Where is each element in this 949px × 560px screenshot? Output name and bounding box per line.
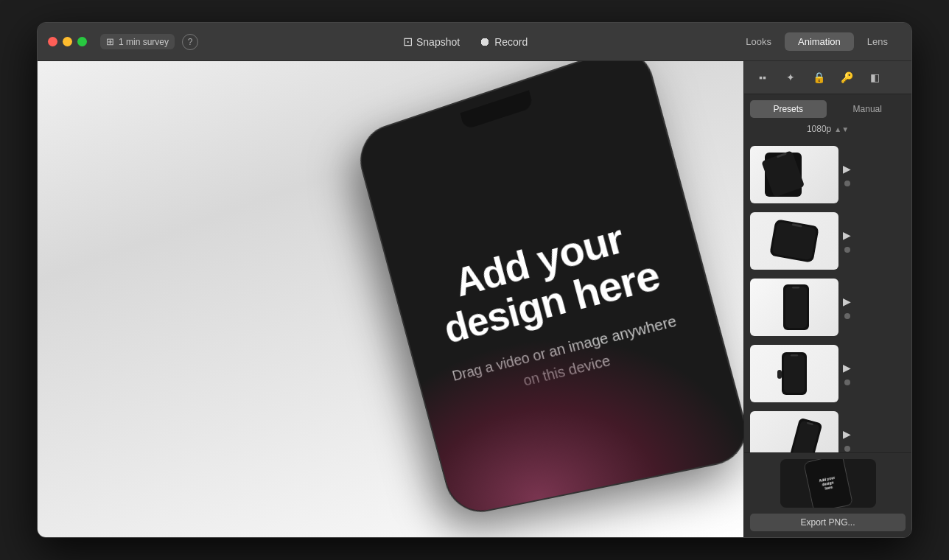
traffic-lights (48, 37, 87, 46)
list-item[interactable]: ▶ (750, 342, 906, 405)
preset-controls-5: ▶ (843, 428, 851, 452)
preset-controls-2: ▶ (843, 229, 851, 253)
titlebar-center: ⊡ Snapshot ⏺ Record (206, 32, 725, 52)
preset-dot-1 (844, 181, 850, 186)
titlebar-tabs: Looks Animation Lens (732, 32, 901, 51)
list-item[interactable]: ▶ (750, 276, 906, 339)
preset-controls-3: ▶ (843, 295, 851, 319)
tab-lens[interactable]: Lens (854, 32, 901, 51)
preset-play-5[interactable]: ▶ (843, 428, 851, 440)
preset-dot-3 (844, 313, 850, 319)
preset-thumbnail-4 (750, 345, 838, 402)
plus-icon: ✦ (786, 71, 795, 83)
snapshot-icon: ⊡ (403, 35, 413, 49)
record-button[interactable]: ⏺ Record (472, 32, 535, 52)
tab-looks[interactable]: Looks (732, 32, 785, 51)
list-item[interactable]: ▶ (750, 143, 906, 206)
lock1-icon: 🔒 (813, 71, 825, 83)
right-panel: ▪▪ ✦ 🔒 🔑 ◧ Presets Manual (743, 61, 911, 537)
svg-rect-8 (792, 287, 799, 289)
layers-icon: ◧ (870, 71, 880, 83)
resolution-label: 1080p (807, 124, 831, 134)
svg-rect-12 (777, 370, 782, 379)
export-preview: Add yourdesignhere (780, 459, 876, 508)
canvas-area: Add your design here Drag a video or an … (38, 61, 743, 537)
preset-visual-5 (754, 414, 835, 452)
minus-icon: ▪▪ (759, 71, 766, 83)
preset-play-3[interactable]: ▶ (843, 295, 851, 307)
tool-lock1-button[interactable]: 🔒 (806, 66, 831, 88)
preset-play-2[interactable]: ▶ (843, 229, 851, 241)
lock2-icon: 🔑 (841, 71, 853, 83)
tool-layers-button[interactable]: ◧ (862, 66, 887, 88)
preset-dot-4 (844, 379, 850, 385)
preset-controls-1: ▶ (843, 163, 851, 186)
survey-label: 1 min survey (119, 37, 169, 47)
preset-thumbnail-3 (750, 279, 838, 336)
preset-thumbnail-5 (750, 411, 838, 452)
tab-presets[interactable]: Presets (750, 100, 827, 118)
list-item[interactable]: ▶ (750, 408, 906, 452)
preset-visual-1 (754, 149, 835, 200)
svg-rect-4 (772, 222, 817, 261)
svg-rect-7 (785, 287, 807, 328)
preset-controls-4: ▶ (843, 362, 851, 385)
main-content: Add your design here Drag a video or an … (38, 61, 911, 537)
tab-animation[interactable]: Animation (785, 32, 854, 51)
preset-visual-2 (754, 215, 835, 267)
maximize-button[interactable] (77, 37, 87, 46)
preset-play-1[interactable]: ▶ (843, 163, 851, 175)
list-item[interactable]: ▶ (750, 209, 906, 273)
survey-btn-group[interactable]: ⊞ 1 min survey (100, 34, 175, 49)
record-icon: ⏺ (479, 35, 491, 49)
panel-tabs: Presets Manual (744, 94, 911, 118)
svg-rect-10 (784, 354, 805, 393)
preset-visual-4 (754, 348, 835, 399)
snapshot-button[interactable]: ⊡ Snapshot (396, 32, 467, 52)
titlebar: ⊞ 1 min survey ? ⊡ Snapshot ⏺ Record Loo… (38, 23, 911, 61)
tool-lock2-button[interactable]: 🔑 (834, 66, 859, 88)
resolution-chevron-icon: ▲▼ (834, 125, 849, 133)
close-button[interactable] (48, 37, 57, 46)
panel-toolbar: ▪▪ ✦ 🔒 🔑 ◧ (744, 61, 911, 94)
tool-plus-button[interactable]: ✦ (778, 66, 803, 88)
preset-thumbnail-2 (750, 212, 838, 270)
preset-dot-2 (844, 247, 850, 253)
preset-list: ▶ ▶ (744, 140, 911, 452)
preset-play-4[interactable]: ▶ (843, 362, 851, 374)
export-panel: Add yourdesignhere Export PNG... (744, 452, 911, 537)
expand-icon: ⊞ (106, 36, 114, 47)
preset-dot-5 (844, 446, 850, 452)
resolution-row[interactable]: 1080p ▲▼ (744, 118, 911, 140)
export-preview-phone: Add yourdesignhere (803, 459, 853, 508)
help-button[interactable]: ? (182, 34, 198, 50)
preset-thumbnail-1 (750, 146, 838, 203)
preset-visual-3 (754, 281, 835, 333)
tab-manual[interactable]: Manual (830, 100, 906, 118)
export-png-button[interactable]: Export PNG... (750, 514, 906, 531)
export-preview-text: Add yourdesignhere (819, 475, 837, 491)
svg-rect-11 (791, 354, 798, 357)
minimize-button[interactable] (63, 37, 72, 46)
tool-minus-button[interactable]: ▪▪ (750, 66, 775, 88)
